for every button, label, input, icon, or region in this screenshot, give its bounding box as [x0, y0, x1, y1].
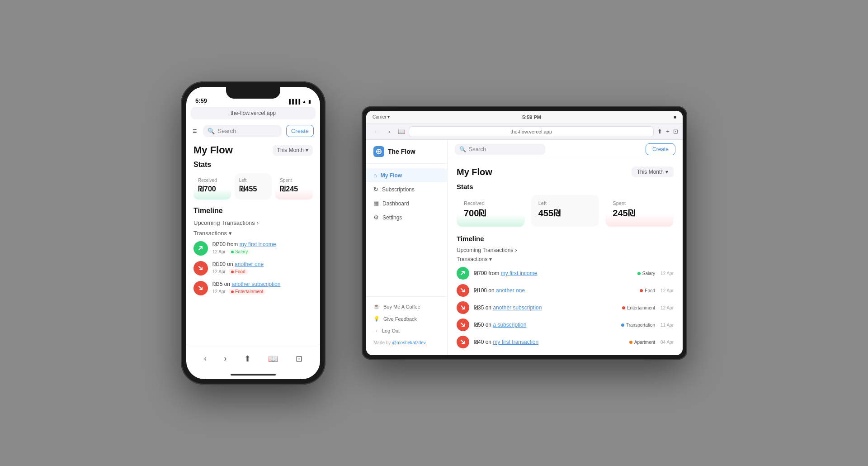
tablet-tx-date-1: 12 Apr — [660, 271, 674, 276]
sidebar-item-myflow[interactable]: ⌂ My Flow — [366, 168, 447, 182]
tablet-layout-inner: 🔍 Search Create My Flow This Month ▾ — [448, 140, 683, 355]
phone-create-button[interactable]: Create — [286, 125, 314, 137]
bookmarks-icon[interactable]: 📖 — [268, 354, 278, 364]
phone-tx-link-1[interactable]: my first income — [240, 241, 276, 247]
scene: 5:59 ▐▐▐▐ ▲ ▮ the-flow.vercel.app ≡ 🔍 Se… — [0, 0, 868, 466]
tablet-received-value: 700₪ — [464, 208, 518, 219]
tablet-tx-date-2: 12 Apr — [660, 288, 674, 293]
tablet-bookmarks-icon[interactable]: 📖 — [398, 128, 405, 135]
phone-stat-spent: Spent ₪245 — [275, 173, 313, 200]
tablet-tx-icon-income-1 — [457, 267, 469, 280]
phone-url-bar[interactable]: the-flow.vercel.app — [191, 107, 316, 119]
share-icon[interactable]: ⬆ — [657, 128, 662, 135]
tablet-page-header: My Flow This Month ▾ — [457, 166, 674, 177]
phone-tx-link-3[interactable]: another subscription — [231, 281, 280, 287]
chevron-down-tx-tablet: ▾ — [489, 256, 492, 262]
share-icon[interactable]: ⬆ — [244, 354, 251, 364]
author-link[interactable]: @moshekatzdev — [392, 340, 426, 345]
sidebar-coffee-item[interactable]: ☕ Buy Me A Coffee — [366, 300, 447, 313]
tablet-tx-date-5: 04 Apr — [660, 340, 674, 345]
phone-tx-icon-expense-2 — [193, 261, 208, 276]
phone-upcoming-row[interactable]: Upcoming Transactions › — [193, 219, 313, 226]
search-icon-tablet: 🔍 — [459, 146, 466, 152]
tablet-tx-desc-4: ₪50 on a subscription — [474, 322, 617, 328]
sidebar-item-subscriptions[interactable]: ↻ Subscriptions — [366, 182, 447, 196]
back-icon[interactable]: ‹ — [204, 354, 207, 363]
sidebar-footer: ☕ Buy Me A Coffee 💡 Give Feedback → Log … — [366, 296, 447, 349]
chevron-right-icon: › — [257, 219, 259, 226]
tablet-create-button[interactable]: Create — [646, 143, 675, 155]
tablet-transactions-row[interactable]: Transactions ▾ — [457, 256, 674, 262]
phone-tx-body-3: ₪35 on another subscription 12 Apr Enter… — [212, 281, 313, 295]
tablet-status-bar: Carrier ▾ 5:59 PM ■ — [366, 111, 683, 124]
sidebar-logout-item[interactable]: → Log Out — [366, 325, 447, 337]
tablet-stat-received: Received 700₪ — [457, 195, 525, 227]
sidebar-item-settings[interactable]: ⚙ Settings — [366, 210, 447, 224]
tablet-forward-button[interactable]: › — [384, 127, 394, 137]
tablet-tx-link-3[interactable]: another subscription — [493, 304, 542, 311]
tablet-app-header: 🔍 Search Create — [448, 140, 683, 159]
tablet-browser-bar: ‹ › 📖 the-flow.vercel.app ⬆ + ⊡ — [366, 124, 683, 140]
tablet-tx-link-5[interactable]: my first transaction — [493, 339, 538, 345]
tablet-stat-left: Left 455₪ — [531, 195, 599, 227]
tablet-green-dot — [637, 272, 641, 275]
phone-status-time: 5:59 — [195, 97, 207, 104]
phone-notch — [226, 87, 280, 99]
tablet-month-selector[interactable]: This Month ▾ — [632, 166, 674, 177]
tablet-search-box[interactable]: 🔍 Search — [455, 144, 545, 155]
chevron-down-icon: ▾ — [306, 147, 308, 153]
home-icon: ⌂ — [373, 172, 377, 179]
tablet-back-button[interactable]: ‹ — [371, 127, 381, 137]
phone-spent-value: ₪245 — [280, 185, 308, 193]
tablet-tx-link-1[interactable]: my first income — [501, 270, 538, 276]
tablet-tx-right-5: Apartment 04 Apr — [629, 340, 674, 345]
hamburger-icon[interactable]: ≡ — [193, 127, 197, 135]
tablet-tx-link-2[interactable]: another one — [496, 287, 525, 294]
wifi-icon: ▲ — [302, 99, 307, 104]
phone-month-selector[interactable]: This Month ▾ — [273, 145, 313, 156]
app-logo-icon — [373, 146, 384, 157]
tablet-tx-icon-expense-5 — [457, 336, 469, 348]
phone-stat-received: Received ₪700 — [193, 173, 231, 200]
tablet-tx-right-1: Salary 12 Apr — [637, 271, 674, 276]
tablet-tx-desc-2: ₪100 on another one — [474, 287, 635, 294]
logout-icon: → — [373, 328, 378, 333]
new-tab-icon[interactable]: + — [666, 128, 670, 135]
tablet-tx-item-4: ₪50 on a subscription Transportation 11 … — [457, 319, 674, 331]
subscriptions-icon: ↻ — [373, 186, 378, 193]
phone-tx-tag-food: Food — [228, 269, 248, 275]
phone-tx-meta-3: 12 Apr Entertainment — [212, 289, 313, 295]
sidebar-feedback-item[interactable]: 💡 Give Feedback — [366, 313, 447, 325]
phone-screen: 5:59 ▐▐▐▐ ▲ ▮ the-flow.vercel.app ≡ 🔍 Se… — [186, 87, 320, 379]
tablet-time: 5:59 PM — [522, 114, 541, 120]
phone-transaction-item-2: ₪100 on another one 12 Apr Food — [193, 261, 313, 276]
tablet-tx-link-4[interactable]: a subscription — [493, 322, 526, 328]
tabs-icon[interactable]: ⊡ — [296, 354, 302, 364]
phone-status-icons: ▐▐▐▐ ▲ ▮ — [288, 99, 311, 104]
phone-bottom-bar: ‹ › ⬆ 📖 ⊡ — [186, 345, 320, 372]
phone-tx-meta-1: 12 Apr Salary — [212, 249, 313, 255]
tablet-red-dot-ent — [622, 306, 625, 309]
red-dot — [231, 271, 234, 273]
phone-search-box[interactable]: 🔍 Search — [203, 125, 282, 137]
red-dot-ent — [231, 290, 234, 293]
tablet-tx-date-4: 11 Apr — [660, 323, 674, 328]
phone-transactions-row[interactable]: Transactions ▾ — [193, 230, 313, 237]
tablet-tx-icon-expense-3 — [457, 301, 469, 314]
tablet-tx-date-3: 12 Apr — [660, 305, 674, 310]
forward-icon[interactable]: › — [224, 354, 227, 363]
tablet-carrier: Carrier ▾ — [373, 114, 390, 119]
tablet-tx-tag-entertainment: Entertainment — [622, 305, 655, 310]
phone-tx-icon-expense-3 — [193, 281, 208, 295]
sidebar-item-dashboard[interactable]: ▦ Dashboard — [366, 196, 447, 210]
tablet-tx-right-2: Food 12 Apr — [640, 288, 674, 293]
phone-tx-date-1: 12 Apr — [212, 249, 226, 254]
sidebar-label-dashboard: Dashboard — [382, 200, 409, 207]
chevron-down-icon-tablet: ▾ — [665, 169, 668, 175]
phone-tx-link-2[interactable]: another one — [235, 261, 264, 267]
tablet-tx-tag-apartment: Apartment — [629, 340, 655, 345]
tablet-upcoming-row[interactable]: Upcoming Transactions › — [457, 247, 674, 253]
tabs-grid-icon[interactable]: ⊡ — [673, 128, 678, 135]
phone-tx-icon-income — [193, 241, 208, 256]
tablet-url-bar[interactable]: the-flow.vercel.app — [409, 126, 654, 137]
